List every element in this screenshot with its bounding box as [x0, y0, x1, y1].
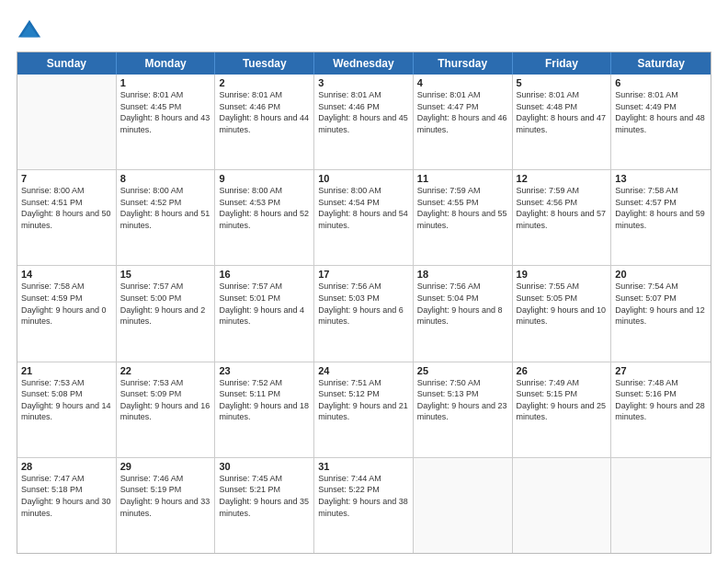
day-cell-29: 29Sunrise: 7:46 AM Sunset: 5:19 PM Dayli…: [117, 458, 216, 553]
day-number: 8: [120, 173, 211, 184]
calendar-week-5: 28Sunrise: 7:47 AM Sunset: 5:18 PM Dayli…: [17, 458, 711, 553]
day-number: 18: [417, 269, 508, 280]
day-number: 12: [517, 173, 608, 184]
day-cell-7: 7Sunrise: 8:00 AM Sunset: 4:51 PM Daylig…: [17, 170, 117, 265]
day-cell-24: 24Sunrise: 7:51 AM Sunset: 5:12 PM Dayli…: [314, 362, 414, 457]
day-cell-20: 20Sunrise: 7:54 AM Sunset: 5:07 PM Dayli…: [611, 266, 711, 361]
day-number: 2: [219, 77, 310, 88]
empty-cell: [17, 75, 117, 169]
day-cell-17: 17Sunrise: 7:56 AM Sunset: 5:03 PM Dayli…: [314, 266, 414, 361]
day-number: 9: [219, 173, 310, 184]
day-number: 19: [517, 269, 608, 280]
day-number: 20: [615, 269, 707, 280]
day-cell-11: 11Sunrise: 7:59 AM Sunset: 4:55 PM Dayli…: [414, 170, 513, 265]
day-info: Sunrise: 8:00 AM Sunset: 4:54 PM Dayligh…: [318, 185, 409, 231]
day-info: Sunrise: 7:54 AM Sunset: 5:07 PM Dayligh…: [615, 281, 707, 327]
day-cell-16: 16Sunrise: 7:57 AM Sunset: 5:01 PM Dayli…: [215, 266, 314, 361]
header-day-friday: Friday: [513, 52, 612, 75]
day-info: Sunrise: 8:01 AM Sunset: 4:45 PM Dayligh…: [120, 89, 211, 135]
day-number: 11: [417, 173, 508, 184]
day-info: Sunrise: 7:58 AM Sunset: 4:59 PM Dayligh…: [21, 281, 112, 327]
day-cell-12: 12Sunrise: 7:59 AM Sunset: 4:56 PM Dayli…: [513, 170, 612, 265]
day-number: 30: [219, 461, 310, 472]
header-day-wednesday: Wednesday: [314, 52, 414, 75]
day-info: Sunrise: 7:49 AM Sunset: 5:15 PM Dayligh…: [517, 377, 608, 423]
header-day-thursday: Thursday: [414, 52, 513, 75]
day-cell-23: 23Sunrise: 7:52 AM Sunset: 5:11 PM Dayli…: [215, 362, 314, 457]
day-info: Sunrise: 8:01 AM Sunset: 4:47 PM Dayligh…: [417, 89, 508, 135]
day-info: Sunrise: 7:46 AM Sunset: 5:19 PM Dayligh…: [120, 473, 211, 519]
day-number: 23: [219, 365, 310, 376]
day-number: 6: [615, 77, 707, 88]
day-info: Sunrise: 7:48 AM Sunset: 5:16 PM Dayligh…: [615, 377, 707, 423]
empty-cell: [414, 458, 513, 553]
day-info: Sunrise: 8:01 AM Sunset: 4:48 PM Dayligh…: [517, 89, 608, 135]
day-number: 14: [21, 269, 112, 280]
empty-cell: [513, 458, 612, 553]
day-cell-5: 5Sunrise: 8:01 AM Sunset: 4:48 PM Daylig…: [513, 75, 612, 169]
day-number: 16: [219, 269, 310, 280]
day-info: Sunrise: 7:47 AM Sunset: 5:18 PM Dayligh…: [21, 473, 112, 519]
day-number: 28: [21, 461, 112, 472]
day-number: 1: [120, 77, 211, 88]
day-cell-10: 10Sunrise: 8:00 AM Sunset: 4:54 PM Dayli…: [314, 170, 414, 265]
day-number: 4: [417, 77, 508, 88]
day-cell-4: 4Sunrise: 8:01 AM Sunset: 4:47 PM Daylig…: [414, 75, 513, 169]
calendar-week-2: 7Sunrise: 8:00 AM Sunset: 4:51 PM Daylig…: [17, 170, 711, 266]
logo: [17, 17, 46, 42]
calendar-week-1: 1Sunrise: 8:01 AM Sunset: 4:45 PM Daylig…: [17, 75, 711, 170]
day-number: 27: [615, 365, 707, 376]
header-day-monday: Monday: [117, 52, 216, 75]
day-number: 21: [21, 365, 112, 376]
day-cell-1: 1Sunrise: 8:01 AM Sunset: 4:45 PM Daylig…: [117, 75, 216, 169]
logo-icon: [17, 17, 42, 42]
header: [17, 17, 711, 42]
day-info: Sunrise: 8:00 AM Sunset: 4:51 PM Dayligh…: [21, 185, 112, 231]
day-number: 25: [417, 365, 508, 376]
header-day-sunday: Sunday: [17, 52, 117, 75]
day-cell-15: 15Sunrise: 7:57 AM Sunset: 5:00 PM Dayli…: [117, 266, 216, 361]
day-info: Sunrise: 7:53 AM Sunset: 5:08 PM Dayligh…: [21, 377, 112, 423]
day-info: Sunrise: 8:01 AM Sunset: 4:46 PM Dayligh…: [219, 89, 310, 135]
day-cell-30: 30Sunrise: 7:45 AM Sunset: 5:21 PM Dayli…: [215, 458, 314, 553]
day-info: Sunrise: 7:59 AM Sunset: 4:55 PM Dayligh…: [417, 185, 508, 231]
header-day-tuesday: Tuesday: [215, 52, 314, 75]
day-cell-22: 22Sunrise: 7:53 AM Sunset: 5:09 PM Dayli…: [117, 362, 216, 457]
day-info: Sunrise: 8:00 AM Sunset: 4:53 PM Dayligh…: [219, 185, 310, 231]
day-cell-25: 25Sunrise: 7:50 AM Sunset: 5:13 PM Dayli…: [414, 362, 513, 457]
day-cell-21: 21Sunrise: 7:53 AM Sunset: 5:08 PM Dayli…: [17, 362, 117, 457]
day-info: Sunrise: 7:56 AM Sunset: 5:03 PM Dayligh…: [318, 281, 409, 327]
day-cell-26: 26Sunrise: 7:49 AM Sunset: 5:15 PM Dayli…: [513, 362, 612, 457]
day-info: Sunrise: 7:44 AM Sunset: 5:22 PM Dayligh…: [318, 473, 409, 519]
day-info: Sunrise: 7:45 AM Sunset: 5:21 PM Dayligh…: [219, 473, 310, 519]
day-number: 7: [21, 173, 112, 184]
empty-cell: [611, 458, 711, 553]
day-number: 5: [517, 77, 608, 88]
day-cell-13: 13Sunrise: 7:58 AM Sunset: 4:57 PM Dayli…: [611, 170, 711, 265]
calendar-body: 1Sunrise: 8:01 AM Sunset: 4:45 PM Daylig…: [17, 75, 711, 553]
day-number: 15: [120, 269, 211, 280]
day-info: Sunrise: 7:58 AM Sunset: 4:57 PM Dayligh…: [615, 185, 707, 231]
day-info: Sunrise: 7:56 AM Sunset: 5:04 PM Dayligh…: [417, 281, 508, 327]
calendar-week-4: 21Sunrise: 7:53 AM Sunset: 5:08 PM Dayli…: [17, 362, 711, 458]
day-number: 26: [517, 365, 608, 376]
day-number: 22: [120, 365, 211, 376]
day-number: 13: [615, 173, 707, 184]
day-cell-2: 2Sunrise: 8:01 AM Sunset: 4:46 PM Daylig…: [215, 75, 314, 169]
day-info: Sunrise: 7:59 AM Sunset: 4:56 PM Dayligh…: [517, 185, 608, 231]
day-cell-9: 9Sunrise: 8:00 AM Sunset: 4:53 PM Daylig…: [215, 170, 314, 265]
day-info: Sunrise: 8:01 AM Sunset: 4:46 PM Dayligh…: [318, 89, 409, 135]
header-day-saturday: Saturday: [611, 52, 711, 75]
day-cell-14: 14Sunrise: 7:58 AM Sunset: 4:59 PM Dayli…: [17, 266, 117, 361]
day-cell-27: 27Sunrise: 7:48 AM Sunset: 5:16 PM Dayli…: [611, 362, 711, 457]
day-info: Sunrise: 7:50 AM Sunset: 5:13 PM Dayligh…: [417, 377, 508, 423]
day-cell-6: 6Sunrise: 8:01 AM Sunset: 4:49 PM Daylig…: [611, 75, 711, 169]
day-info: Sunrise: 7:57 AM Sunset: 5:00 PM Dayligh…: [120, 281, 211, 327]
day-info: Sunrise: 8:01 AM Sunset: 4:49 PM Dayligh…: [615, 89, 707, 135]
calendar: SundayMondayTuesdayWednesdayThursdayFrid…: [17, 52, 711, 554]
day-cell-18: 18Sunrise: 7:56 AM Sunset: 5:04 PM Dayli…: [414, 266, 513, 361]
day-info: Sunrise: 8:00 AM Sunset: 4:52 PM Dayligh…: [120, 185, 211, 231]
day-info: Sunrise: 7:51 AM Sunset: 5:12 PM Dayligh…: [318, 377, 409, 423]
calendar-header: SundayMondayTuesdayWednesdayThursdayFrid…: [17, 52, 711, 75]
day-cell-28: 28Sunrise: 7:47 AM Sunset: 5:18 PM Dayli…: [17, 458, 117, 553]
